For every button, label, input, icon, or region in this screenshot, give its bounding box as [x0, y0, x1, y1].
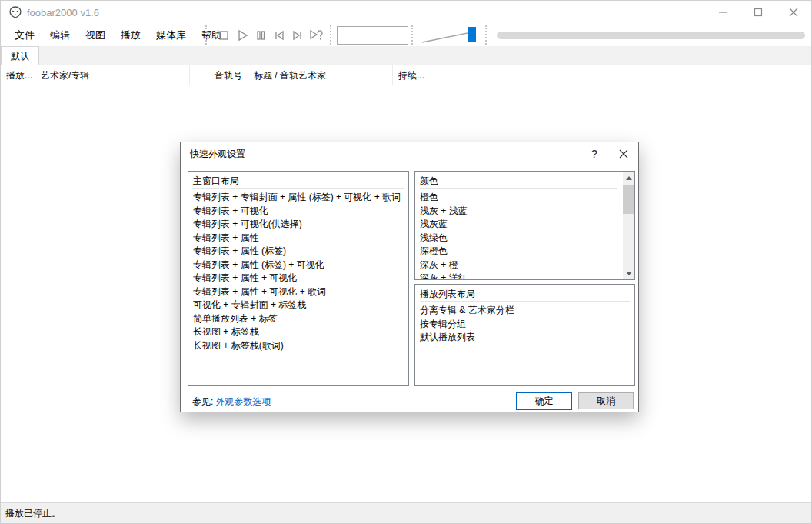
menu-item[interactable]: 文件 [7, 24, 42, 46]
main-window: foobar2000 v1.6 文件编辑视图播放媒体库帮助 [0, 0, 812, 524]
play-button[interactable] [233, 25, 251, 45]
pause-button[interactable] [251, 25, 270, 45]
playlist-tabstrip: 默认 [1, 46, 811, 65]
main-layout-option[interactable]: 长视图 + 标签栈 [193, 325, 408, 339]
close-icon [619, 149, 628, 159]
column-header[interactable]: 播放... [1, 65, 35, 85]
playlist-layout-option[interactable]: 分离专辑 & 艺术家分栏 [420, 304, 634, 318]
colors-listbox[interactable]: 颜色 橙色浅灰 + 浅蓝浅灰蓝浅绿色深橙色深灰 + 橙深灰 + 洋红 [414, 171, 635, 280]
foobar2000-logo-icon [9, 6, 22, 18]
main-layout-option[interactable]: 专辑列表 + 属性 (标签) + 可视化 [193, 259, 408, 272]
play-icon [235, 28, 250, 43]
main-layout-option[interactable]: 专辑列表 + 可视化 [193, 205, 408, 219]
cancel-button[interactable]: 取消 [578, 392, 634, 409]
volume-thumb[interactable] [468, 27, 476, 42]
see-also-row: 参见:外观参数选项 [192, 396, 271, 409]
main-layout-option[interactable]: 专辑列表 + 属性 + 可视化 + 歌词 [193, 285, 408, 299]
next-icon [290, 28, 305, 43]
color-option[interactable]: 深灰 + 橙 [420, 259, 622, 272]
toolbar-grip[interactable] [330, 25, 331, 45]
playlist-layout-option[interactable]: 按专辑分组 [420, 318, 634, 332]
seekbar[interactable] [497, 32, 805, 39]
toolbar-grip[interactable] [205, 25, 207, 45]
minimize-button[interactable] [705, 1, 740, 24]
dialog-help-button[interactable]: ? [580, 142, 609, 165]
dialog-close-button[interactable] [609, 142, 638, 165]
arrow-up-icon [626, 176, 632, 180]
scroll-up-button[interactable] [623, 172, 634, 184]
next-button[interactable] [288, 25, 307, 45]
main-layout-option[interactable]: 可视化 + 专辑封面 + 标签栈 [193, 299, 408, 312]
column-header[interactable]: 持续... [393, 65, 431, 85]
main-layout-option[interactable]: 专辑列表 + 属性 (标签) [193, 245, 408, 259]
main-layout-option[interactable]: 专辑列表 + 属性 [193, 232, 408, 245]
random-icon [308, 28, 324, 43]
colors-scrollbar[interactable] [623, 172, 634, 279]
main-layout-option[interactable]: 专辑列表 + 专辑封面 + 属性 (标签) + 可视化 + 歌词 [193, 191, 408, 205]
random-button[interactable] [307, 25, 325, 45]
color-option[interactable]: 深橙色 [420, 245, 622, 259]
color-option[interactable]: 橙色 [420, 191, 622, 205]
column-header[interactable]: 艺术家/专辑 [35, 65, 190, 85]
previous-button[interactable] [270, 25, 288, 45]
statusbar: 播放已停止。 [1, 502, 811, 523]
playlist-layout-listbox[interactable]: 播放列表布局 分离专辑 & 艺术家分栏按专辑分组默认播放列表 [414, 284, 635, 386]
arrow-down-icon [626, 272, 632, 275]
stop-icon [216, 28, 231, 43]
quick-appearance-dialog: 快速外观设置 ? 主窗口布局 专辑列表 + 专辑封面 + 属性 (标签) + 可… [180, 142, 639, 412]
appearance-preferences-link[interactable]: 外观参数选项 [215, 396, 271, 407]
color-option[interactable]: 浅绿色 [420, 232, 622, 245]
playlist-column-headers: 播放...艺术家/专辑音轨号标题 / 音轨艺术家持续... [1, 65, 811, 85]
menu-item[interactable]: 播放 [113, 24, 148, 46]
column-header[interactable]: 音轨号 [190, 65, 248, 85]
menu-item[interactable]: 视图 [78, 24, 113, 46]
close-button[interactable] [776, 1, 811, 24]
color-option[interactable]: 浅灰蓝 [420, 218, 622, 232]
ok-button[interactable]: 确定 [516, 392, 572, 410]
scroll-down-button[interactable] [623, 267, 634, 279]
playlist-tab[interactable]: 默认 [1, 46, 39, 65]
colors-header: 颜色 [420, 174, 617, 189]
dialog-title: 快速外观设置 [190, 148, 245, 161]
volume-slider[interactable] [420, 25, 478, 45]
main-layout-listbox[interactable]: 主窗口布局 专辑列表 + 专辑封面 + 属性 (标签) + 可视化 + 歌词专辑… [188, 171, 409, 386]
scrollbar-thumb[interactable] [623, 185, 634, 214]
playlist-layout-option[interactable]: 默认播放列表 [420, 331, 634, 345]
toolbar-grip[interactable] [411, 25, 413, 45]
main-layout-option[interactable]: 长视图 + 标签栈(歌词) [193, 339, 408, 353]
toolbar-grip[interactable] [485, 25, 487, 45]
dialog-titlebar: 快速外观设置 ? [181, 142, 638, 165]
maximize-button[interactable] [740, 1, 776, 24]
toolbar-row: 文件编辑视图播放媒体库帮助 [1, 24, 811, 46]
help-icon: ? [591, 148, 597, 160]
previous-icon [271, 28, 287, 43]
pause-icon [253, 28, 268, 43]
main-layout-option[interactable]: 专辑列表 + 可视化(供选择) [193, 218, 408, 232]
menu-item[interactable]: 媒体库 [148, 24, 194, 46]
maximize-icon [754, 8, 763, 17]
color-option[interactable]: 浅灰 + 浅蓝 [420, 205, 622, 219]
main-layout-option[interactable]: 专辑列表 + 属性 + 可视化 [193, 272, 408, 285]
minimize-icon [718, 8, 727, 17]
playlist-layout-header: 播放列表布局 [420, 287, 630, 302]
menubar: 文件编辑视图播放媒体库帮助 [7, 24, 229, 46]
main-layout-option[interactable]: 简单播放列表 + 标签 [193, 312, 408, 326]
search-input[interactable] [337, 26, 408, 45]
color-option[interactable]: 深灰 + 洋红 [420, 272, 622, 280]
see-also-label: 参见: [192, 396, 213, 407]
main-layout-header: 主窗口布局 [193, 174, 404, 189]
column-header[interactable]: 标题 / 音轨艺术家 [248, 65, 393, 85]
menu-item[interactable]: 编辑 [42, 24, 78, 46]
window-title: foobar2000 v1.6 [27, 7, 99, 18]
stop-button[interactable] [215, 25, 233, 45]
titlebar: foobar2000 v1.6 [1, 1, 811, 24]
close-icon [789, 8, 798, 17]
playback-toolbar [215, 25, 325, 45]
